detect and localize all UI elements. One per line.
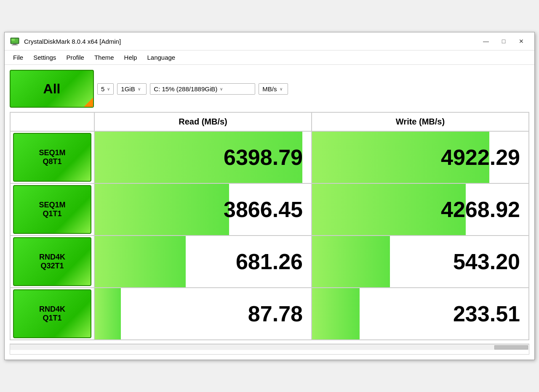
write-cell-0: 4922.29 xyxy=(312,131,529,183)
read-cell-2: 681.26 xyxy=(94,236,312,288)
menu-profile[interactable]: Profile xyxy=(61,52,89,63)
row-label-1[interactable]: SEQ1MQ1T1 xyxy=(10,183,94,236)
menu-help[interactable]: Help xyxy=(119,52,142,63)
count-value: 5 xyxy=(101,85,104,93)
menu-bar: File Settings Profile Theme Help Languag… xyxy=(5,50,534,65)
count-arrow: ∨ xyxy=(107,87,110,91)
main-window: CrystalDiskMark 8.0.4 x64 [Admin] — □ ✕ … xyxy=(4,32,535,360)
title-bar-controls: — □ ✕ xyxy=(478,36,529,47)
header-read: Read (MB/s) xyxy=(94,112,312,131)
write-cell-2: 543.20 xyxy=(312,236,529,288)
title-bar: CrystalDiskMark 8.0.4 x64 [Admin] — □ ✕ xyxy=(5,32,534,50)
main-content: All 5 ∨ 1GiB ∨ C: 15% (288/1889GiB) ∨ MB… xyxy=(5,65,534,360)
minimize-button[interactable]: — xyxy=(478,36,494,47)
window-title: CrystalDiskMark 8.0.4 x64 [Admin] xyxy=(24,38,121,45)
results-grid: Read (MB/s) Write (MB/s) SEQ1MQ8T16398.7… xyxy=(10,112,529,340)
close-button[interactable]: ✕ xyxy=(513,36,529,47)
row-label-3[interactable]: RND4KQ1T1 xyxy=(10,288,94,340)
title-bar-left: CrystalDiskMark 8.0.4 x64 [Admin] xyxy=(10,36,121,46)
size-dropdown[interactable]: 1GiB ∨ xyxy=(117,83,147,95)
unit-value: MB/s xyxy=(262,85,277,93)
read-cell-1: 3866.45 xyxy=(94,183,312,236)
maximize-button[interactable]: □ xyxy=(496,36,512,47)
unit-dropdown[interactable]: MB/s ∨ xyxy=(259,83,288,95)
scrollbar-area xyxy=(10,344,529,350)
drive-value: C: 15% (288/1889GiB) xyxy=(154,85,217,93)
header-write: Write (MB/s) xyxy=(312,112,529,131)
read-cell-0: 6398.79 xyxy=(94,131,312,183)
scrollbar-thumb[interactable] xyxy=(494,345,528,350)
app-icon xyxy=(10,36,20,46)
menu-settings[interactable]: Settings xyxy=(28,52,61,63)
write-cell-3: 233.51 xyxy=(312,288,529,340)
unit-arrow: ∨ xyxy=(280,87,283,91)
write-cell-1: 4268.92 xyxy=(312,183,529,236)
menu-theme[interactable]: Theme xyxy=(89,52,119,63)
row-label-0[interactable]: SEQ1MQ8T1 xyxy=(10,131,94,183)
all-button[interactable]: All xyxy=(10,70,94,108)
read-cell-3: 87.78 xyxy=(94,288,312,340)
controls-row: All 5 ∨ 1GiB ∨ C: 15% (288/1889GiB) ∨ MB… xyxy=(10,70,529,108)
svg-rect-2 xyxy=(11,39,15,41)
svg-rect-3 xyxy=(13,44,16,45)
drive-dropdown[interactable]: C: 15% (288/1889GiB) ∨ xyxy=(150,83,255,95)
menu-file[interactable]: File xyxy=(8,52,28,63)
svg-rect-4 xyxy=(12,45,18,45)
row-label-2[interactable]: RND4KQ32T1 xyxy=(10,236,94,288)
menu-language[interactable]: Language xyxy=(142,52,180,63)
header-empty xyxy=(10,112,94,131)
size-value: 1GiB xyxy=(121,85,135,93)
drive-arrow: ∨ xyxy=(220,87,223,91)
count-dropdown[interactable]: 5 ∨ xyxy=(97,83,114,95)
status-bar xyxy=(10,344,529,355)
size-arrow: ∨ xyxy=(138,87,141,91)
